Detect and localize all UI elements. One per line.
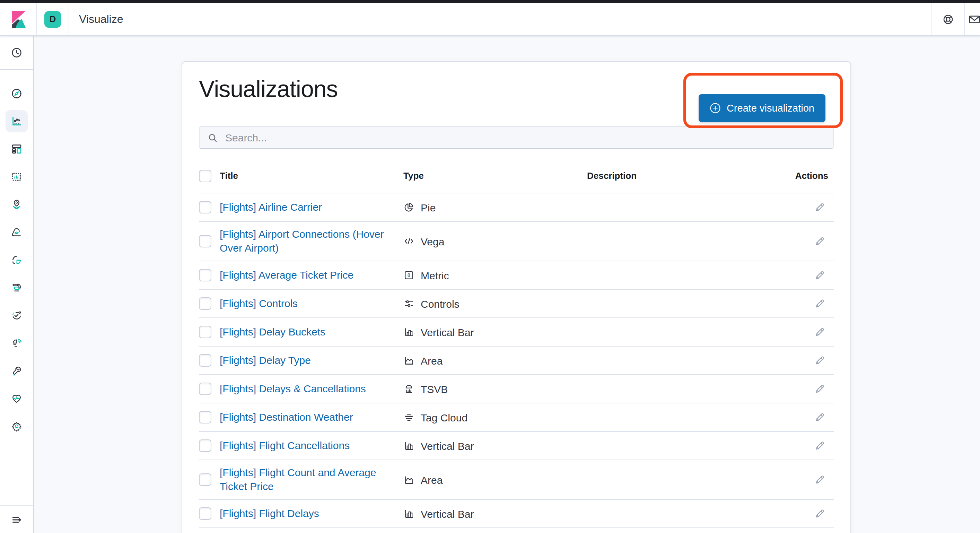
row-checkbox[interactable] (199, 326, 212, 338)
edit-button[interactable] (811, 267, 828, 283)
row-checkbox[interactable] (199, 411, 212, 423)
visualization-link[interactable]: [Flights] Flight Delays (220, 507, 319, 520)
kibana-logo-icon (10, 10, 29, 28)
row-checkbox[interactable] (199, 473, 212, 486)
pencil-icon (815, 270, 826, 281)
sidebar-bottom (0, 505, 33, 533)
sidebar-item-apm[interactable] (3, 329, 30, 357)
envelope-icon (969, 14, 980, 25)
table-row: [Flights] Flight Count and Average Ticke… (199, 460, 834, 500)
pencil-icon (815, 412, 826, 423)
table-row: [Flights] Controls Controls (199, 290, 834, 318)
pencil-icon (815, 440, 826, 451)
visualization-link[interactable]: [Flights] Flight Count and Average Ticke… (220, 466, 392, 493)
edit-button[interactable] (811, 505, 828, 522)
pie-icon (403, 202, 414, 213)
sidebar-item-uptime[interactable] (3, 302, 30, 329)
edit-button[interactable] (811, 438, 828, 454)
kibana-logo[interactable] (10, 10, 29, 28)
edit-button[interactable] (811, 324, 828, 340)
visualization-link[interactable]: [Flights] Delay Type (220, 353, 311, 368)
visualization-link[interactable]: [Flights] Flight Cancellations (220, 439, 350, 453)
breadcrumb: Visualize (79, 13, 123, 25)
sidebar-item-discover[interactable] (3, 80, 30, 107)
sidebar-item-recently-viewed[interactable] (3, 38, 30, 66)
sidebar-item-stack-monitoring[interactable] (3, 385, 30, 412)
feedback-button[interactable] (965, 3, 980, 35)
plus-circle-icon (710, 103, 721, 114)
row-checkbox[interactable] (199, 201, 212, 213)
row-checkbox[interactable] (199, 235, 212, 247)
sidebar-item-dev-tools[interactable] (3, 357, 30, 385)
type-label: Vertical Bar (421, 326, 474, 338)
edit-button[interactable] (811, 352, 828, 369)
apm-icon (11, 337, 22, 348)
edit-button[interactable] (811, 199, 828, 216)
edit-button[interactable] (811, 295, 828, 312)
header-divider (36, 3, 37, 35)
logs-icon (11, 282, 22, 293)
pencil-icon (815, 383, 826, 395)
table-header: Title Type Description Actions (199, 159, 834, 193)
visualization-link[interactable]: [Flights] Airport Connections (Hover Ove… (220, 228, 392, 255)
expand-menu-button[interactable] (3, 506, 30, 533)
edit-button[interactable] (811, 471, 828, 488)
menu-right-icon (11, 514, 22, 525)
pencil-icon (815, 326, 826, 337)
sidebar-item-dashboard[interactable] (3, 135, 30, 163)
table-body: [Flights] Airline Carrier Pie [Flights] … (199, 193, 834, 528)
canvas-icon (11, 171, 22, 182)
help-button[interactable] (932, 3, 964, 35)
type-label: Tag Cloud (421, 411, 468, 423)
visualization-link[interactable]: [Flights] Airline Carrier (220, 200, 322, 214)
sidebar-section-recent (0, 35, 33, 70)
controls-icon (403, 298, 414, 309)
vega-icon (403, 235, 414, 247)
visualization-link[interactable]: [Flights] Controls (220, 297, 298, 310)
table-row: [Flights] Average Ticket Price 8 Metric (199, 261, 834, 290)
visualization-link[interactable]: [Flights] Delay Buckets (220, 325, 325, 339)
edit-button[interactable] (811, 380, 828, 397)
visualization-link[interactable]: [Flights] Average Ticket Price (220, 268, 353, 282)
space-badge[interactable]: D (45, 11, 61, 27)
sidebar-item-visualize[interactable] (3, 107, 30, 135)
column-header-type[interactable]: Type (403, 170, 587, 181)
edit-button[interactable] (811, 409, 828, 426)
vbar-icon (403, 508, 414, 519)
compass-icon (11, 88, 22, 99)
row-checkbox[interactable] (199, 439, 212, 452)
row-checkbox[interactable] (199, 269, 212, 282)
sidebar-item-management[interactable] (3, 412, 30, 440)
table-row: [Flights] Airport Connections (Hover Ove… (199, 222, 834, 261)
table-row: [Flights] Flight Cancellations Vertical … (199, 432, 834, 460)
sidebar-item-canvas[interactable] (3, 163, 30, 191)
search-bar (199, 126, 834, 149)
type-label: Pie (421, 201, 436, 213)
row-checkbox[interactable] (199, 383, 212, 395)
edit-button[interactable] (811, 233, 828, 250)
search-input[interactable] (224, 126, 833, 149)
create-visualization-button[interactable]: Create visualization (699, 94, 826, 122)
row-checkbox[interactable] (199, 298, 212, 310)
table-row: [Flights] Airline Carrier Pie (199, 193, 834, 222)
tagcloud-icon (403, 412, 414, 423)
wrench-icon (11, 365, 22, 376)
gear-icon (11, 421, 22, 432)
metric-icon: 8 (403, 270, 414, 281)
table-row: [Flights] Flight Delays Vertical Bar (199, 500, 834, 528)
select-all-checkbox[interactable] (199, 169, 212, 182)
sidebar-item-metrics[interactable] (3, 246, 30, 274)
sidebar-item-logs[interactable] (3, 274, 30, 302)
tsvb-icon (403, 383, 414, 395)
sidebar-item-maps[interactable] (3, 191, 30, 218)
visualization-link[interactable]: [Flights] Delays & Cancellations (220, 382, 366, 396)
row-checkbox[interactable] (199, 354, 212, 367)
sidebar-item-machine-learning[interactable] (3, 218, 30, 246)
area-icon (403, 474, 414, 485)
create-visualization-label: Create visualization (727, 103, 815, 114)
pencil-icon (815, 355, 826, 366)
row-checkbox[interactable] (199, 508, 212, 520)
column-header-title[interactable]: Title (220, 170, 403, 181)
visualization-link[interactable]: [Flights] Destination Weather (220, 410, 353, 424)
pencil-icon (815, 298, 826, 309)
